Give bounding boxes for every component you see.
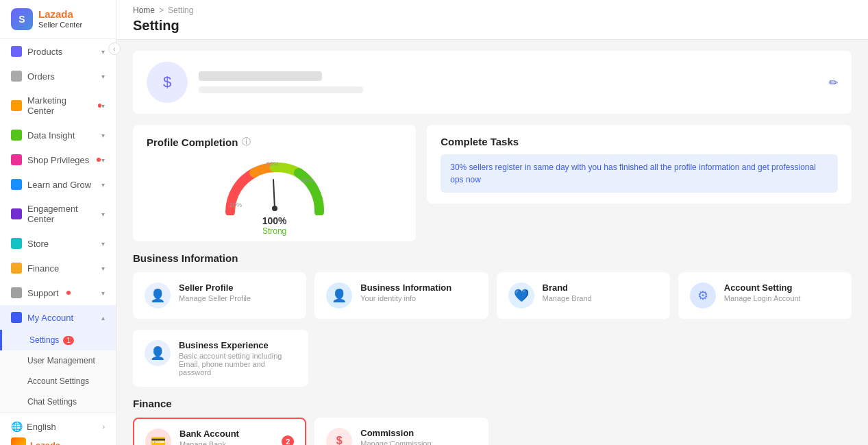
card-business-information[interactable]: 👤 Business Information Your identity inf… [314,272,488,319]
business-info-cards: 👤 Seller Profile Manage Seller Profile 👤… [133,272,852,319]
business-info-icon: 👤 [326,282,352,309]
sidebar-label-orders: Orders [27,71,55,82]
chevron-marketing: ▾ [101,102,105,110]
chevron-my-account: ▴ [101,314,105,322]
brand-sub: Manage Brand [543,294,592,302]
my-account-icon [11,312,22,323]
sidebar-item-engagement[interactable]: Engagement Center ▾ [0,197,116,231]
svg-text:80%: 80% [301,177,314,184]
seller-profile-sub: Manage Seller Profile [179,294,251,302]
sidebar-logo: S Lazada Seller Center [0,0,116,39]
chevron-engagement: ▾ [101,211,105,218]
chevron-shop-privileges: ▾ [101,156,105,164]
info-icon: ⓘ [242,136,251,148]
sub-nav-settings[interactable]: Settings 1 [0,330,116,350]
card-business-experience[interactable]: 👤 Business Experience Basic account sett… [133,330,308,387]
gauge-svg: 20% 50% 80% [220,154,330,215]
finance-title: Finance [133,398,852,409]
settings-label: Settings [29,335,59,345]
marketing-icon [11,100,22,111]
sidebar-label-finance: Finance [27,263,59,274]
sidebar-item-orders[interactable]: Orders ▾ [0,64,116,88]
chevron-learn-grow: ▾ [101,181,105,189]
breadcrumb-home[interactable]: Home [133,5,155,15]
settings-badge: 1 [63,336,74,345]
sidebar-label-products: Products [27,47,62,57]
logo-icon: S [11,8,33,30]
shop-privileges-icon [11,154,22,165]
learn-grow-icon [11,179,22,190]
complete-tasks-title: Complete Tasks [441,136,838,147]
sub-nav-account-settings[interactable]: Account Settings [0,371,116,392]
bank-account-badge: 2 [282,435,294,445]
sidebar-item-store[interactable]: Store ▾ [0,231,116,256]
chevron-support: ▾ [101,289,105,297]
profile-completion-title: Profile Completion [147,136,238,148]
business-experience-text: Business Experience Basic account settin… [179,340,297,376]
content-area: $ ✏ Profile Completion ⓘ [116,40,868,445]
card-bank-account[interactable]: 💳 Bank Account Manage Bank 2 [133,418,306,445]
gauge-status: Strong [262,226,286,236]
footer-logo: Lazada [11,437,105,445]
profile-info [199,71,818,93]
gauge-percent: 100% [262,215,287,226]
card-brand[interactable]: 💙 Brand Manage Brand [497,272,670,319]
logo-text: Lazada Seller Center [38,8,82,29]
gauge-container: Profile Completion ⓘ [133,125,416,241]
sub-nav-user-management[interactable]: User Management [0,350,116,371]
chevron-store: ▾ [101,240,105,248]
finance-cards: 💳 Bank Account Manage Bank 2 $ Commissio… [133,418,852,445]
language-selector[interactable]: 🌐 English › [11,421,105,432]
sub-nav-chat-settings[interactable]: Chat Settings [0,392,116,412]
profile-sub-placeholder [199,86,363,93]
sidebar-nav: Products ▾ Orders ▾ Marketing Center ▾ [0,39,116,412]
svg-line-0 [273,180,275,208]
card-commission[interactable]: $ Commission Manage Commission [314,418,488,445]
sidebar-label-engagement: Engagement Center [27,204,101,224]
seller-profile-title: Seller Profile [179,282,251,293]
business-experience-icon: 👤 [145,340,171,366]
sidebar-item-my-account[interactable]: My Account ▴ [0,305,116,330]
collapse-sidebar-button[interactable]: ‹ [108,43,121,55]
sidebar-label-data-insight: Data Insight [27,130,75,141]
breadcrumb-separator: > [159,5,164,15]
sidebar-item-data-insight[interactable]: Data Insight ▾ [0,123,116,147]
sidebar-item-marketing[interactable]: Marketing Center ▾ [0,88,116,123]
gauge-wrap: 20% 50% 80% 100% Strong [147,154,402,236]
account-setting-text: Account Setting Manage Login Account [724,282,801,302]
topbar: Home > Setting Setting [116,0,868,40]
svg-text:20%: 20% [230,202,242,208]
sub-nav-my-account: Settings 1 User Management Account Setti… [0,330,116,412]
sidebar: S Lazada Seller Center Products ▾ Orders… [0,0,116,445]
business-info-title-card: Business Information [360,282,451,293]
brand-name: Lazada [38,8,82,21]
profile-completion-section: Profile Completion ⓘ [133,125,416,241]
finance-icon [11,263,22,274]
chat-settings-label: Chat Settings [27,397,77,407]
sidebar-item-finance[interactable]: Finance ▾ [0,256,116,280]
edit-profile-icon[interactable]: ✏ [829,76,838,89]
complete-tasks-section: Complete Tasks 30% sellers register in s… [427,125,852,241]
main-content: Home > Setting Setting $ ✏ Profile Compl… [116,0,868,445]
card-account-setting[interactable]: ⚙ Account Setting Manage Login Account [678,272,852,319]
avatar: $ [147,62,188,103]
sidebar-label-learn-grow: Learn and Grow [27,180,91,190]
sidebar-item-shop-privileges[interactable]: Shop Privileges ▾ [0,147,116,172]
sidebar-item-products[interactable]: Products ▾ [0,39,116,64]
business-info-title: Business Information [133,252,852,264]
profile-card: $ ✏ [133,51,852,114]
business-experience-title: Business Experience [179,340,297,350]
shop-privileges-dot [97,158,101,162]
business-info-text: Business Information Your identity info [360,282,451,302]
card-seller-profile[interactable]: 👤 Seller Profile Manage Seller Profile [133,272,306,319]
language-label: English [27,422,56,432]
profile-name-placeholder [199,71,322,81]
seller-profile-icon: 👤 [145,282,171,309]
account-setting-title: Account Setting [724,282,801,293]
sidebar-item-support[interactable]: Support ▾ [0,280,116,305]
complete-tasks-card: Complete Tasks 30% sellers register in s… [427,125,852,204]
commission-icon: $ [326,428,352,445]
sidebar-label-marketing: Marketing Center [27,95,90,116]
tasks-info-text: 30% sellers register in same day with yo… [441,154,838,193]
sidebar-item-learn-grow[interactable]: Learn and Grow ▾ [0,172,116,197]
